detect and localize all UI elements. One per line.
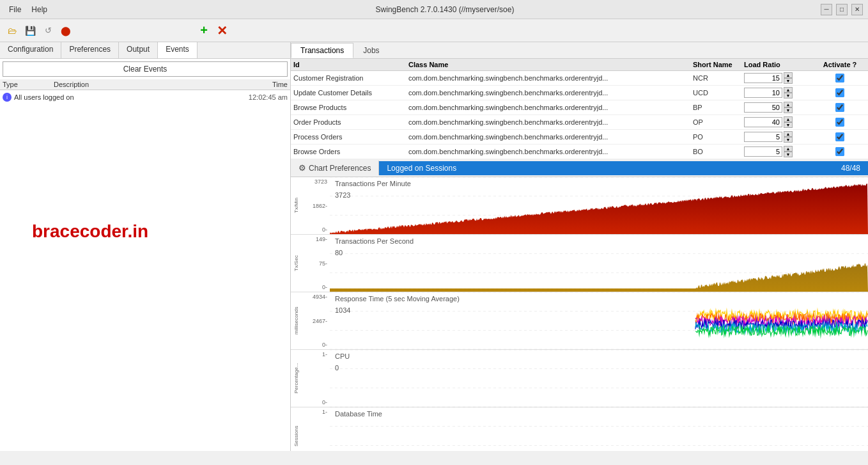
open-button[interactable]: 🗁 [4, 22, 20, 39]
chart-body: Response Time (5 sec Moving Average) 103… [330, 292, 868, 349]
chart-body: Transactions Per Second 80 [330, 235, 868, 292]
trans-short: OP [693, 118, 744, 126]
trans-activate [814, 74, 865, 83]
col-description: Description [54, 81, 230, 88]
trans-id: Browse Products [293, 104, 408, 111]
spin-down[interactable]: ▼ [784, 152, 793, 157]
y-axis: 1- 0- [301, 407, 330, 451]
table-row: Browse Products com.dom.benchmarking.swi… [291, 100, 868, 115]
y-label: Percentage... [291, 350, 301, 407]
col-short: Short Name [693, 61, 744, 68]
stop-button[interactable]: ⬤ [58, 22, 74, 39]
right-panel: Transactions Jobs Id Class Name Short Na… [291, 42, 868, 451]
trans-class: com.dom.benchmarking.swingbench.benchmar… [408, 89, 693, 97]
trans-id: Order Products [293, 118, 408, 126]
add-button[interactable]: + [196, 22, 212, 39]
chart-tps: Tx/Sec 149- 75- 0- Transactions Per Seco… [291, 235, 868, 292]
events-table-header: Type Description Time [0, 79, 290, 90]
chart-title: Transactions Per Second [335, 237, 414, 245]
chart-title: CPU [335, 352, 350, 360]
trans-activate [814, 147, 865, 156]
tab-transactions[interactable]: Transactions [291, 43, 353, 58]
activate-checkbox[interactable] [835, 118, 844, 127]
menubar-help[interactable]: Help [27, 4, 51, 15]
load-input[interactable] [744, 102, 782, 113]
trans-class: com.dom.benchmarking.swingbench.benchmar… [408, 104, 693, 111]
trans-short: PO [693, 133, 744, 141]
load-input[interactable] [744, 73, 782, 83]
undo-button[interactable]: ↺ [40, 22, 56, 39]
trans-short: UCD [693, 89, 744, 97]
charts-area: Tx/Min 3723 1862- 0- Transactions Per Mi… [291, 177, 868, 451]
table-row: Order Products com.dom.benchmarking.swin… [291, 115, 868, 130]
activate-checkbox[interactable] [835, 132, 844, 141]
spin-down[interactable]: ▼ [784, 93, 793, 99]
menubar-file[interactable]: File [5, 4, 25, 15]
table-row: Update Customer Details com.dom.benchmar… [291, 86, 868, 100]
trans-short: BP [693, 104, 744, 111]
trans-class: com.dom.benchmarking.swingbench.benchmar… [408, 133, 693, 141]
clear-events-button[interactable]: Clear Events [3, 61, 288, 77]
transactions-table: Id Class Name Short Name Load Ratio Acti… [291, 59, 868, 159]
spin-up[interactable]: ▲ [784, 102, 793, 107]
chart-canvas-cpu [330, 350, 868, 407]
chart-body: CPU 0 [330, 350, 868, 407]
chart-preferences-tab[interactable]: ⚙ Chart Preferences [291, 161, 379, 175]
activate-checkbox[interactable] [835, 74, 844, 83]
spin-down[interactable]: ▼ [784, 78, 793, 84]
minimize-button[interactable]: ─ [821, 4, 832, 15]
load-input[interactable] [744, 132, 782, 142]
trans-activate [814, 103, 865, 112]
y-axis: 3723 1862- 0- [301, 177, 330, 234]
trans-load: ▲ ▼ [744, 102, 814, 113]
spin-up[interactable]: ▲ [784, 72, 793, 78]
transactions-header: Id Class Name Short Name Load Ratio Acti… [291, 59, 868, 71]
y-axis: 1- 0- [301, 350, 330, 407]
toolbar: 🗁 💾 ↺ ⬤ + ✕ [0, 19, 868, 42]
chart-body: Transactions Per Minute 3723 [330, 177, 868, 234]
logged-sessions-tab[interactable]: Logged on Sessions 48/48 [379, 161, 868, 175]
spin-down[interactable]: ▼ [784, 107, 793, 113]
spin-down[interactable]: ▼ [784, 122, 793, 128]
tab-jobs[interactable]: Jobs [353, 43, 389, 58]
trans-id: Update Customer Details [293, 89, 408, 97]
activate-checkbox[interactable] [835, 103, 844, 112]
col-id: Id [293, 61, 408, 68]
tab-configuration[interactable]: Configuration [0, 42, 61, 58]
y-axis: 149- 75- 0- [301, 235, 330, 292]
spin-up[interactable]: ▲ [784, 87, 793, 93]
trans-load: ▲ ▼ [744, 131, 814, 143]
spin-down[interactable]: ▼ [784, 137, 793, 143]
save-button[interactable]: 💾 [22, 22, 38, 39]
col-activate: Activate ? [814, 61, 865, 68]
load-input[interactable] [744, 146, 782, 157]
activate-checkbox[interactable] [835, 147, 844, 156]
tab-output[interactable]: Output [119, 42, 158, 58]
col-type: Type [3, 81, 54, 88]
remove-button[interactable]: ✕ [213, 22, 230, 39]
maximize-button[interactable]: □ [836, 4, 848, 15]
tab-events[interactable]: Events [158, 42, 198, 58]
load-input[interactable] [744, 88, 782, 98]
chart-title: Response Time (5 sec Moving Average) [335, 295, 460, 303]
trans-id: Process Orders [293, 133, 408, 141]
close-button[interactable]: ✕ [851, 4, 863, 15]
transactions-rows: Customer Registration com.dom.benchmarki… [291, 71, 868, 159]
tab-preferences[interactable]: Preferences [61, 42, 119, 58]
event-time: 12:02:45 am [230, 93, 288, 101]
load-input[interactable] [744, 117, 782, 127]
spin-up[interactable]: ▲ [784, 116, 793, 122]
y-label: Sessions [291, 407, 301, 451]
spin-up[interactable]: ▲ [784, 131, 793, 137]
chart-tabs-bar: ⚙ Chart Preferences Logged on Sessions 4… [291, 159, 868, 177]
right-top-tab-bar: Transactions Jobs [291, 42, 868, 59]
trans-load: ▲ ▼ [744, 116, 814, 128]
activate-checkbox[interactable] [835, 88, 844, 97]
trans-class: com.dom.benchmarking.swingbench.benchmar… [408, 74, 693, 82]
titlebar: File Help SwingBench 2.7.0.1430 (//myser… [0, 0, 868, 19]
charts-container: Tx/Min 3723 1862- 0- Transactions Per Mi… [291, 177, 868, 451]
spin-up[interactable]: ▲ [784, 146, 793, 152]
trans-load: ▲ ▼ [744, 72, 814, 84]
events-list: i All users logged on 12:02:45 am [0, 90, 290, 451]
chart-value: 3723 [335, 191, 350, 199]
